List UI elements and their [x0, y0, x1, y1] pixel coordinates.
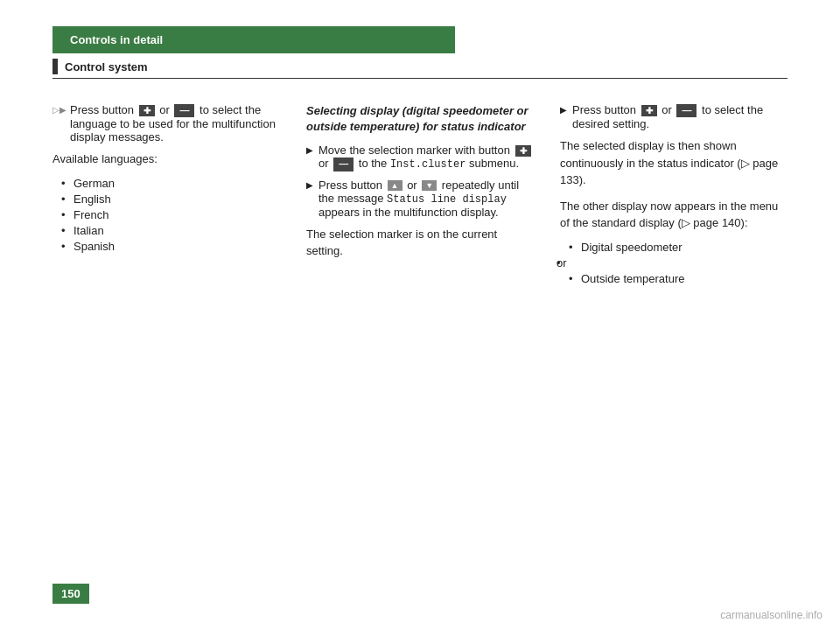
tri-down-btn: ▼: [422, 180, 437, 191]
plus-btn-3: ✚: [641, 105, 657, 116]
languages-list: German English French Italian Spanish: [61, 177, 280, 253]
subheader: Control system: [52, 55, 788, 79]
arrow-icon-3: ▶: [560, 105, 567, 115]
column-2: Selecting display (digital speedometer o…: [306, 103, 560, 288]
list-item-spanish: Spanish: [61, 240, 280, 253]
col1-intro: ▷▶ Press button ✚ or — to select the lan…: [52, 103, 280, 144]
languages-label: Available languages:: [52, 150, 280, 168]
column-1: ▷▶ Press button ✚ or — to select the lan…: [52, 103, 306, 288]
list-item-german: German: [61, 177, 280, 190]
list-item-digital-speedo: Digital speedometer: [569, 241, 788, 254]
tri-up-btn: ▲: [388, 180, 402, 191]
status-line-mono: Status line display: [387, 193, 507, 206]
col2-bullet2: ▶ Press button ▲ or ▼ repeatedly until t…: [306, 178, 534, 219]
col3-para1: The selected display is then shown conti…: [560, 137, 788, 189]
list-item-or: or: [556, 256, 788, 270]
col2-bullet2-text: Press button ▲ or ▼ repeatedly until the…: [318, 178, 534, 219]
col2-heading: Selecting display (digital speedometer o…: [306, 103, 534, 135]
list-item-italian: Italian: [61, 224, 280, 237]
main-content: ▷▶ Press button ✚ or — to select the lan…: [52, 103, 788, 288]
col2-bullet1-text: Move the selection marker with button ✚ …: [318, 144, 534, 171]
subheader-accent: [52, 59, 58, 74]
minus-button-icon: —: [174, 104, 194, 117]
watermark: carmanualsonline.info: [720, 609, 822, 621]
header-title: Controls in detail: [70, 33, 163, 46]
arrow-icon-1: ▶: [306, 145, 313, 155]
header-bar: Controls in detail: [52, 26, 455, 53]
col3-bullet1: ▶ Press button ✚ or — to select the desi…: [560, 103, 788, 130]
display-options-list: Digital speedometer or Outside temperatu…: [569, 241, 788, 285]
minus-btn-2: —: [333, 158, 354, 171]
arrow-icon-2: ▶: [306, 180, 313, 190]
plus-button-icon: ✚: [139, 105, 155, 116]
col2-para: The selection marker is on the current s…: [306, 226, 534, 260]
col3-bullet1-text: Press button ✚ or — to select the desire…: [572, 103, 788, 130]
double-arrow-icon: ▷▶: [52, 105, 66, 115]
minus-btn-3: —: [676, 104, 696, 117]
col1-intro-text: Press button ✚ or — to select the langua…: [70, 103, 280, 144]
page-number: 150: [52, 584, 89, 604]
column-3: ▶ Press button ✚ or — to select the desi…: [560, 103, 788, 288]
plus-btn-2: ✚: [515, 145, 531, 157]
list-item-french: French: [61, 208, 280, 221]
inst-cluster-mono: Inst.cluster: [390, 158, 466, 171]
list-item-english: English: [61, 192, 280, 206]
col2-bullet1: ▶ Move the selection marker with button …: [306, 144, 534, 171]
list-item-outside-temp: Outside temperature: [569, 272, 788, 285]
col3-para2: The other display now appears in the men…: [560, 198, 788, 232]
subheader-text: Control system: [65, 60, 148, 74]
